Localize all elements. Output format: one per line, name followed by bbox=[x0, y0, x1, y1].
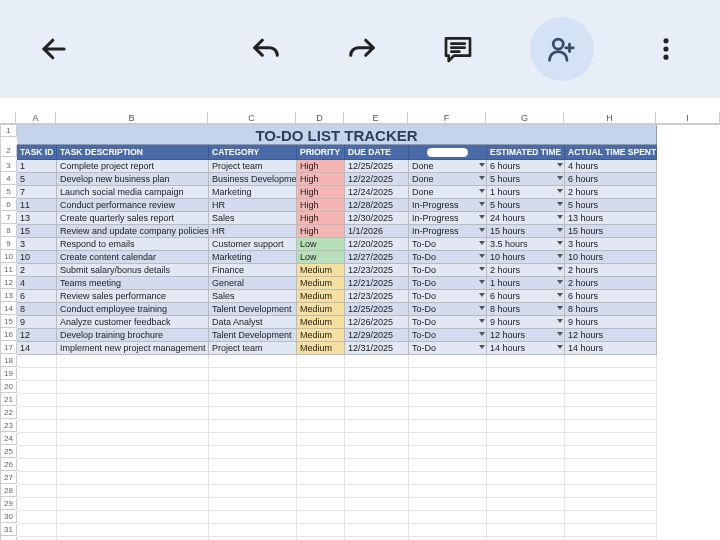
cell-task-id[interactable]: 2 bbox=[17, 264, 57, 277]
empty-cell[interactable] bbox=[17, 459, 57, 472]
cell-est[interactable]: 2 hours bbox=[487, 264, 565, 277]
cell-task-id[interactable]: 12 bbox=[17, 329, 57, 342]
cell-desc[interactable]: Review sales performance bbox=[57, 290, 209, 303]
cell-due[interactable]: 12/26/2025 bbox=[345, 316, 409, 329]
row-number[interactable]: 19 bbox=[1, 368, 17, 380]
cell-est[interactable]: 8 hours bbox=[487, 303, 565, 316]
empty-cell[interactable] bbox=[487, 407, 565, 420]
cell-desc[interactable]: Conduct employee training bbox=[57, 303, 209, 316]
comment-button[interactable] bbox=[434, 25, 482, 73]
empty-cell[interactable] bbox=[297, 511, 345, 524]
cell-status[interactable]: In-Progress bbox=[409, 199, 487, 212]
cell-actual[interactable]: 9 hours bbox=[565, 316, 657, 329]
cell-actual[interactable]: 2 hours bbox=[565, 277, 657, 290]
cell-task-id[interactable]: 14 bbox=[17, 342, 57, 355]
empty-cell[interactable] bbox=[565, 433, 657, 446]
empty-cell[interactable] bbox=[57, 459, 209, 472]
empty-cell[interactable] bbox=[487, 485, 565, 498]
empty-cell[interactable] bbox=[565, 420, 657, 433]
empty-cell[interactable] bbox=[345, 524, 409, 537]
cell-task-id[interactable]: 6 bbox=[17, 290, 57, 303]
cell-category[interactable]: Data Analyst bbox=[209, 316, 297, 329]
cell-status[interactable]: In-Progress bbox=[409, 212, 487, 225]
empty-cell[interactable] bbox=[297, 524, 345, 537]
empty-cell[interactable] bbox=[209, 446, 297, 459]
col-header[interactable]: G bbox=[486, 112, 564, 124]
cell-category[interactable]: HR bbox=[209, 225, 297, 238]
row-number[interactable]: 15 bbox=[1, 316, 17, 328]
cell-due[interactable]: 1/1/2026 bbox=[345, 225, 409, 238]
empty-cell[interactable] bbox=[57, 420, 209, 433]
cell-est[interactable]: 14 hours bbox=[487, 342, 565, 355]
cell-due[interactable]: 12/28/2025 bbox=[345, 199, 409, 212]
cell-task-id[interactable]: 15 bbox=[17, 225, 57, 238]
empty-cell[interactable] bbox=[487, 381, 565, 394]
col-header[interactable]: F bbox=[408, 112, 486, 124]
cell-actual[interactable]: 5 hours bbox=[565, 199, 657, 212]
row-number[interactable]: 2 bbox=[1, 145, 17, 157]
cell-due[interactable]: 12/24/2025 bbox=[345, 186, 409, 199]
empty-cell[interactable] bbox=[17, 485, 57, 498]
cell-actual[interactable]: 2 hours bbox=[565, 186, 657, 199]
cell-status[interactable]: To-Do bbox=[409, 264, 487, 277]
row-number[interactable]: 17 bbox=[1, 342, 17, 354]
cell-due[interactable]: 12/25/2025 bbox=[345, 303, 409, 316]
empty-cell[interactable] bbox=[487, 446, 565, 459]
more-button[interactable] bbox=[642, 25, 690, 73]
empty-cell[interactable] bbox=[409, 472, 487, 485]
empty-cell[interactable] bbox=[17, 472, 57, 485]
col-header[interactable]: A bbox=[16, 112, 56, 124]
empty-cell[interactable] bbox=[209, 524, 297, 537]
row-number[interactable]: 3 bbox=[1, 160, 17, 172]
cell-est[interactable]: 12 hours bbox=[487, 329, 565, 342]
cell-category[interactable]: Sales bbox=[209, 290, 297, 303]
cell-priority[interactable]: High bbox=[297, 225, 345, 238]
empty-cell[interactable] bbox=[345, 498, 409, 511]
column-header-desc[interactable]: TASK DESCRIPTION bbox=[57, 145, 209, 160]
empty-cell[interactable] bbox=[209, 472, 297, 485]
cell-due[interactable]: 12/20/2025 bbox=[345, 238, 409, 251]
row-number[interactable]: 10 bbox=[1, 251, 17, 263]
cell-category[interactable]: Talent Development bbox=[209, 329, 297, 342]
cell-est[interactable]: 9 hours bbox=[487, 316, 565, 329]
empty-cell[interactable] bbox=[409, 433, 487, 446]
cell-desc[interactable]: Complete project report bbox=[57, 160, 209, 173]
cell-priority[interactable]: High bbox=[297, 199, 345, 212]
row-number[interactable]: 29 bbox=[1, 498, 17, 510]
empty-cell[interactable] bbox=[17, 433, 57, 446]
cell-actual[interactable]: 12 hours bbox=[565, 329, 657, 342]
cell-actual[interactable]: 8 hours bbox=[565, 303, 657, 316]
cell-est[interactable]: 15 hours bbox=[487, 225, 565, 238]
undo-button[interactable] bbox=[242, 25, 290, 73]
empty-cell[interactable] bbox=[345, 420, 409, 433]
cell-actual[interactable]: 6 hours bbox=[565, 290, 657, 303]
empty-cell[interactable] bbox=[565, 459, 657, 472]
cell-est[interactable]: 6 hours bbox=[487, 290, 565, 303]
empty-cell[interactable] bbox=[409, 446, 487, 459]
column-header-due[interactable]: DUE DATE bbox=[345, 145, 409, 160]
redo-button[interactable] bbox=[338, 25, 386, 73]
empty-cell[interactable] bbox=[565, 446, 657, 459]
cell-priority[interactable]: Medium bbox=[297, 264, 345, 277]
cell-actual[interactable]: 3 hours bbox=[565, 238, 657, 251]
empty-cell[interactable] bbox=[409, 407, 487, 420]
cell-desc[interactable]: Implement new project management tool bbox=[57, 342, 209, 355]
cell-category[interactable]: Project team bbox=[209, 342, 297, 355]
cell-category[interactable]: Customer support bbox=[209, 238, 297, 251]
empty-cell[interactable] bbox=[209, 407, 297, 420]
cell-category[interactable]: Sales bbox=[209, 212, 297, 225]
col-header[interactable]: I bbox=[656, 112, 720, 124]
cell-status[interactable]: In-Progress bbox=[409, 225, 487, 238]
empty-cell[interactable] bbox=[57, 355, 209, 368]
col-header[interactable]: B bbox=[56, 112, 208, 124]
empty-cell[interactable] bbox=[57, 498, 209, 511]
empty-cell[interactable] bbox=[297, 394, 345, 407]
cell-est[interactable]: 6 hours bbox=[487, 160, 565, 173]
empty-cell[interactable] bbox=[345, 433, 409, 446]
empty-cell[interactable] bbox=[565, 381, 657, 394]
column-header-category[interactable]: CATEGORY bbox=[209, 145, 297, 160]
cell-category[interactable]: Marketing bbox=[209, 186, 297, 199]
cell-task-id[interactable]: 7 bbox=[17, 186, 57, 199]
empty-cell[interactable] bbox=[57, 524, 209, 537]
cell-due[interactable]: 12/23/2025 bbox=[345, 264, 409, 277]
